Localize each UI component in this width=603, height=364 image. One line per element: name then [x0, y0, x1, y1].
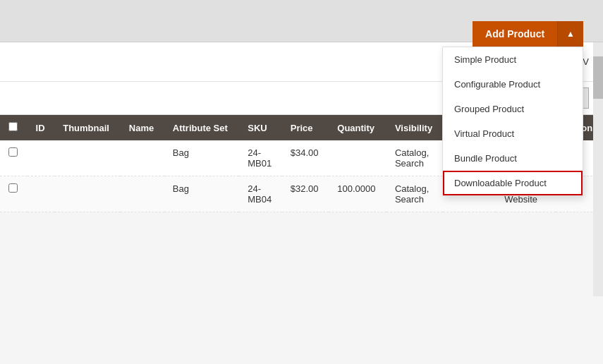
col-attribute-set: Attribute Set: [164, 115, 239, 140]
add-product-btn-group: Add Product ▲: [473, 21, 583, 47]
page-wrapper: Add Product ▲ Simple Product Configurabl…: [0, 0, 603, 364]
cell-id-2: [28, 176, 55, 212]
cell-sku-2: 24-MB04: [239, 176, 281, 212]
dropdown-item-downloadable[interactable]: Downloadable Product: [443, 171, 583, 195]
col-sku: SKU: [239, 115, 281, 140]
cell-attribute-set-2: Bag: [164, 176, 239, 212]
col-thumbnail: Thumbnail: [54, 115, 121, 140]
cell-name-1: [121, 140, 164, 176]
add-product-button[interactable]: Add Product: [473, 21, 557, 47]
add-product-wrapper: Add Product ▲ Simple Product Configurabl…: [473, 21, 583, 47]
cell-checkbox-1: [0, 140, 28, 176]
dropdown-item-configurable[interactable]: Configurable Product: [443, 72, 583, 97]
dropdown-item-simple[interactable]: Simple Product: [443, 47, 583, 72]
col-id: ID: [28, 115, 55, 140]
cell-thumbnail-1: [54, 140, 121, 176]
cell-quantity-1: [329, 140, 386, 176]
col-checkbox: [0, 115, 28, 140]
cell-price-2: $32.00: [282, 176, 329, 212]
cell-attribute-set-1: Bag: [164, 140, 239, 176]
cell-quantity-2: 100.0000: [329, 176, 386, 212]
dropdown-item-grouped[interactable]: Grouped Product: [443, 97, 583, 121]
add-product-arrow-button[interactable]: ▲: [557, 21, 583, 47]
dropdown-item-bundle[interactable]: Bundle Product: [443, 146, 583, 171]
cell-name-2: [121, 176, 164, 212]
col-name: Name: [121, 115, 164, 140]
col-price: Price: [282, 115, 329, 140]
add-product-dropdown: Simple Product Configurable Product Grou…: [442, 47, 583, 196]
scrollbar-track[interactable]: [593, 42, 603, 296]
cell-visibility-1: Catalog,Search: [386, 140, 444, 176]
dropdown-item-virtual[interactable]: Virtual Product: [443, 121, 583, 146]
cell-sku-1: 24-MB01: [239, 140, 281, 176]
cell-visibility-2: Catalog,Search: [386, 176, 444, 212]
cell-id-1: [28, 140, 55, 176]
scrollbar-thumb[interactable]: [593, 56, 603, 99]
cell-thumbnail-2: [54, 176, 121, 212]
col-visibility: Visibility: [386, 115, 444, 140]
row-checkbox-2[interactable]: [8, 183, 18, 193]
row-checkbox-1[interactable]: [8, 147, 18, 157]
cell-checkbox-2: [0, 176, 28, 212]
cell-price-1: $34.00: [282, 140, 329, 176]
select-all-checkbox[interactable]: [8, 122, 18, 131]
col-quantity: Quantity: [329, 115, 386, 140]
